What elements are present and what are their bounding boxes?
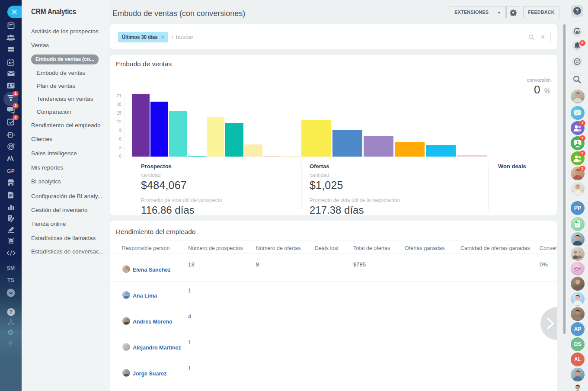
svg-text:?: ? xyxy=(9,309,12,315)
